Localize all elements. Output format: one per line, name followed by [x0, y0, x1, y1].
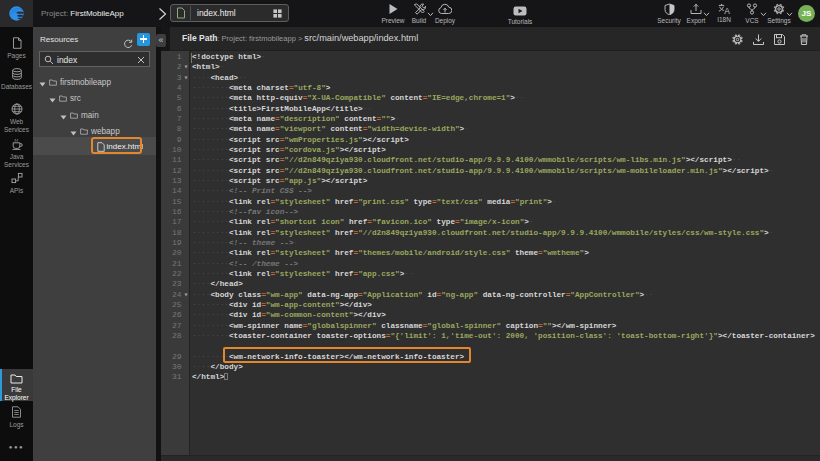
- svg-text:A: A: [724, 6, 730, 14]
